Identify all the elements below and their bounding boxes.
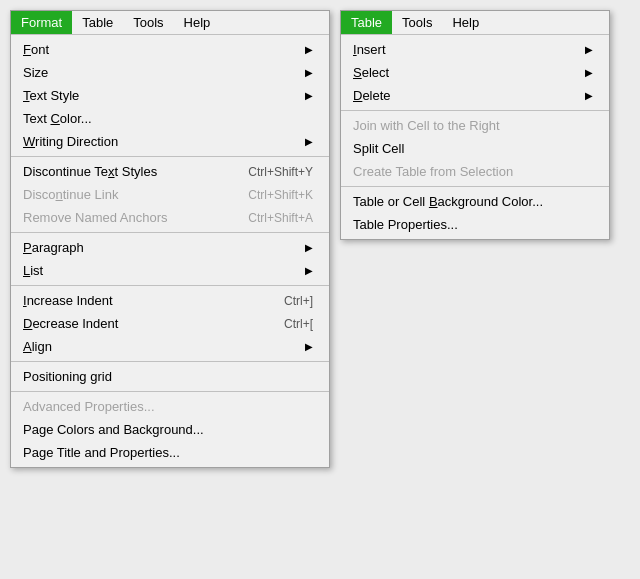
- separator-2: [11, 232, 329, 233]
- separator-4: [11, 361, 329, 362]
- menu-item-list[interactable]: List: [11, 259, 329, 282]
- menu-item-create-table-selection[interactable]: Create Table from Selection: [341, 160, 609, 183]
- format-menu-content: Font Size Text Style Text Color... Writi…: [11, 35, 329, 467]
- menu-item-remove-named-anchors[interactable]: Remove Named Anchors Ctrl+Shift+A: [11, 206, 329, 229]
- separator-5: [11, 391, 329, 392]
- menu-item-increase-indent[interactable]: Increase Indent Ctrl+]: [11, 289, 329, 312]
- table-separator-1: [341, 110, 609, 111]
- menu-item-delete[interactable]: Delete: [341, 84, 609, 107]
- menu-item-select[interactable]: Select: [341, 61, 609, 84]
- table-menu-bar: Table Tools Help: [341, 11, 609, 35]
- menu-item-text-style[interactable]: Text Style: [11, 84, 329, 107]
- format-menu-bar-help[interactable]: Help: [174, 11, 221, 34]
- menu-item-join-cell-right[interactable]: Join with Cell to the Right: [341, 114, 609, 137]
- menu-item-font[interactable]: Font: [11, 38, 329, 61]
- table-menu-bar-help[interactable]: Help: [442, 11, 489, 34]
- menu-item-discontinue-text-styles[interactable]: Discontinue Text Styles Ctrl+Shift+Y: [11, 160, 329, 183]
- separator-3: [11, 285, 329, 286]
- menu-item-align[interactable]: Align: [11, 335, 329, 358]
- format-menu-bar-format[interactable]: Format: [11, 11, 72, 34]
- table-menu-content: Insert Select Delete Join with Cell to t…: [341, 35, 609, 239]
- menu-item-writing-direction[interactable]: Writing Direction: [11, 130, 329, 153]
- menu-item-split-cell[interactable]: Split Cell: [341, 137, 609, 160]
- table-separator-2: [341, 186, 609, 187]
- format-menu-bar-tools[interactable]: Tools: [123, 11, 173, 34]
- table-menu-bar-tools[interactable]: Tools: [392, 11, 442, 34]
- menu-item-insert[interactable]: Insert: [341, 38, 609, 61]
- menu-item-decrease-indent[interactable]: Decrease Indent Ctrl+[: [11, 312, 329, 335]
- menu-item-paragraph[interactable]: Paragraph: [11, 236, 329, 259]
- menu-item-page-colors[interactable]: Page Colors and Background...: [11, 418, 329, 441]
- format-menu-bar-table[interactable]: Table: [72, 11, 123, 34]
- menu-item-positioning-grid[interactable]: Positioning grid: [11, 365, 329, 388]
- menu-item-size[interactable]: Size: [11, 61, 329, 84]
- table-menu-window: Table Tools Help Insert Select Delete Jo…: [340, 10, 610, 240]
- menu-item-text-color[interactable]: Text Color...: [11, 107, 329, 130]
- menu-item-table-properties[interactable]: Table Properties...: [341, 213, 609, 236]
- menu-item-cell-background-color[interactable]: Table or Cell Background Color...: [341, 190, 609, 213]
- menu-item-page-title[interactable]: Page Title and Properties...: [11, 441, 329, 464]
- format-menu-bar: Format Table Tools Help: [11, 11, 329, 35]
- menu-item-discontinue-link[interactable]: Discontinue Link Ctrl+Shift+K: [11, 183, 329, 206]
- format-menu-window: Format Table Tools Help Font Size Text S…: [10, 10, 330, 468]
- separator-1: [11, 156, 329, 157]
- menu-item-advanced-properties[interactable]: Advanced Properties...: [11, 395, 329, 418]
- table-menu-bar-table[interactable]: Table: [341, 11, 392, 34]
